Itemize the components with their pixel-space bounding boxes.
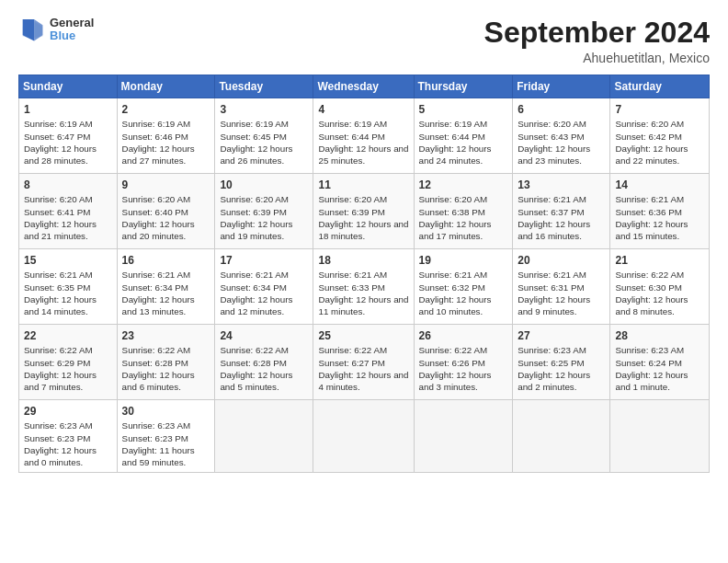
day-number: 9: [122, 178, 210, 192]
day-number: 14: [615, 178, 704, 192]
day-number: 25: [318, 328, 408, 343]
table-row: 21Sunrise: 6:22 AMSunset: 6:30 PMDayligh…: [610, 249, 710, 325]
logo: General Blue: [18, 17, 94, 43]
day-number: 21: [615, 253, 704, 268]
location-subtitle: Ahuehuetitlan, Mexico: [484, 51, 710, 65]
table-row: 25Sunrise: 6:22 AMSunset: 6:27 PMDayligh…: [313, 325, 414, 400]
table-row: 30Sunrise: 6:23 AMSunset: 6:23 PMDayligh…: [117, 400, 215, 473]
day-info: Sunrise: 6:21 AMSunset: 6:32 PMDaylight:…: [419, 269, 508, 317]
table-row: 17Sunrise: 6:21 AMSunset: 6:34 PMDayligh…: [215, 249, 313, 325]
table-row: 1Sunrise: 6:19 AMSunset: 6:47 PMDaylight…: [19, 98, 118, 174]
day-info: Sunrise: 6:21 AMSunset: 6:37 PMDaylight:…: [518, 193, 605, 242]
day-number: 10: [220, 178, 308, 192]
table-row: 15Sunrise: 6:21 AMSunset: 6:35 PMDayligh…: [19, 249, 118, 325]
day-number: 19: [419, 253, 508, 268]
day-number: 15: [24, 253, 112, 268]
day-info: Sunrise: 6:20 AMSunset: 6:39 PMDaylight:…: [220, 193, 308, 242]
day-info: Sunrise: 6:20 AMSunset: 6:42 PMDaylight:…: [615, 118, 704, 167]
col-wednesday: Wednesday: [313, 75, 414, 98]
table-row: 18Sunrise: 6:21 AMSunset: 6:33 PMDayligh…: [313, 249, 414, 325]
table-row: 24Sunrise: 6:22 AMSunset: 6:28 PMDayligh…: [215, 325, 313, 400]
day-number: 18: [318, 253, 408, 268]
table-row: 8Sunrise: 6:20 AMSunset: 6:41 PMDaylight…: [19, 174, 118, 249]
day-number: 17: [220, 253, 308, 268]
logo-icon: [18, 17, 44, 42]
title-block: September 2024 Ahuehuetitlan, Mexico: [484, 17, 710, 65]
table-row: [414, 400, 513, 473]
day-info: Sunrise: 6:21 AMSunset: 6:31 PMDaylight:…: [518, 269, 605, 317]
day-info: Sunrise: 6:20 AMSunset: 6:38 PMDaylight:…: [419, 193, 508, 242]
day-info: Sunrise: 6:22 AMSunset: 6:26 PMDaylight:…: [419, 344, 508, 393]
col-saturday: Saturday: [610, 75, 710, 98]
day-info: Sunrise: 6:22 AMSunset: 6:27 PMDaylight:…: [318, 344, 408, 393]
table-row: [313, 400, 414, 473]
day-number: 7: [615, 102, 704, 117]
day-info: Sunrise: 6:20 AMSunset: 6:43 PMDaylight:…: [518, 118, 605, 167]
day-number: 13: [518, 178, 605, 192]
calendar-week-row: 8Sunrise: 6:20 AMSunset: 6:41 PMDaylight…: [19, 174, 710, 249]
day-info: Sunrise: 6:23 AMSunset: 6:25 PMDaylight:…: [518, 344, 605, 393]
day-number: 1: [24, 102, 112, 117]
table-row: 14Sunrise: 6:21 AMSunset: 6:36 PMDayligh…: [610, 174, 710, 249]
day-info: Sunrise: 6:19 AMSunset: 6:44 PMDaylight:…: [419, 118, 508, 167]
table-row: 12Sunrise: 6:20 AMSunset: 6:38 PMDayligh…: [414, 174, 513, 249]
day-number: 27: [518, 328, 605, 343]
table-row: 22Sunrise: 6:22 AMSunset: 6:29 PMDayligh…: [19, 325, 118, 400]
day-number: 11: [318, 178, 408, 192]
day-info: Sunrise: 6:20 AMSunset: 6:41 PMDaylight:…: [24, 193, 112, 242]
table-row: 11Sunrise: 6:20 AMSunset: 6:39 PMDayligh…: [313, 174, 414, 249]
table-row: 29Sunrise: 6:23 AMSunset: 6:23 PMDayligh…: [19, 400, 118, 473]
day-info: Sunrise: 6:21 AMSunset: 6:33 PMDaylight:…: [318, 269, 408, 317]
logo-text: General Blue: [50, 17, 94, 43]
calendar-header-row: Sunday Monday Tuesday Wednesday Thursday…: [19, 75, 710, 98]
logo-line1: General: [50, 17, 94, 29]
table-row: [513, 400, 610, 473]
day-info: Sunrise: 6:19 AMSunset: 6:45 PMDaylight:…: [220, 118, 308, 167]
day-number: 6: [518, 102, 605, 117]
day-info: Sunrise: 6:21 AMSunset: 6:34 PMDaylight:…: [122, 269, 210, 317]
day-number: 23: [122, 328, 210, 343]
table-row: 19Sunrise: 6:21 AMSunset: 6:32 PMDayligh…: [414, 249, 513, 325]
table-row: 26Sunrise: 6:22 AMSunset: 6:26 PMDayligh…: [414, 325, 513, 400]
table-row: [610, 400, 710, 473]
table-row: 7Sunrise: 6:20 AMSunset: 6:42 PMDaylight…: [610, 98, 710, 174]
day-info: Sunrise: 6:21 AMSunset: 6:35 PMDaylight:…: [24, 269, 112, 317]
day-info: Sunrise: 6:19 AMSunset: 6:44 PMDaylight:…: [318, 118, 408, 167]
col-tuesday: Tuesday: [215, 75, 313, 98]
logo-line2: Blue: [50, 29, 94, 42]
day-info: Sunrise: 6:21 AMSunset: 6:36 PMDaylight:…: [615, 193, 704, 242]
day-info: Sunrise: 6:22 AMSunset: 6:29 PMDaylight:…: [24, 344, 112, 393]
day-number: 2: [122, 102, 210, 117]
calendar-week-row: 15Sunrise: 6:21 AMSunset: 6:35 PMDayligh…: [19, 249, 710, 325]
day-number: 3: [220, 102, 308, 117]
calendar-week-row: 22Sunrise: 6:22 AMSunset: 6:29 PMDayligh…: [19, 325, 710, 400]
table-row: 16Sunrise: 6:21 AMSunset: 6:34 PMDayligh…: [117, 249, 215, 325]
day-number: 8: [24, 178, 112, 192]
col-sunday: Sunday: [19, 75, 118, 98]
day-info: Sunrise: 6:22 AMSunset: 6:28 PMDaylight:…: [122, 344, 210, 393]
calendar-week-row: 1Sunrise: 6:19 AMSunset: 6:47 PMDaylight…: [19, 98, 710, 174]
day-info: Sunrise: 6:23 AMSunset: 6:24 PMDaylight:…: [615, 344, 704, 393]
table-row: 13Sunrise: 6:21 AMSunset: 6:37 PMDayligh…: [513, 174, 610, 249]
day-number: 12: [419, 178, 508, 192]
day-number: 28: [615, 328, 704, 343]
day-number: 20: [518, 253, 605, 268]
day-info: Sunrise: 6:22 AMSunset: 6:30 PMDaylight:…: [615, 269, 704, 317]
day-info: Sunrise: 6:23 AMSunset: 6:23 PMDaylight:…: [24, 419, 112, 468]
table-row: [215, 400, 313, 473]
day-number: 5: [419, 102, 508, 117]
day-info: Sunrise: 6:20 AMSunset: 6:39 PMDaylight:…: [318, 193, 408, 242]
table-row: 6Sunrise: 6:20 AMSunset: 6:43 PMDaylight…: [513, 98, 610, 174]
calendar-table: Sunday Monday Tuesday Wednesday Thursday…: [18, 75, 710, 473]
day-number: 16: [122, 253, 210, 268]
col-friday: Friday: [513, 75, 610, 98]
page: General Blue September 2024 Ahuehuetitla…: [0, 0, 728, 563]
table-row: 4Sunrise: 6:19 AMSunset: 6:44 PMDaylight…: [313, 98, 414, 174]
month-title: September 2024: [484, 17, 710, 49]
day-number: 30: [122, 404, 210, 419]
table-row: 20Sunrise: 6:21 AMSunset: 6:31 PMDayligh…: [513, 249, 610, 325]
day-info: Sunrise: 6:21 AMSunset: 6:34 PMDaylight:…: [220, 269, 308, 317]
day-number: 29: [24, 404, 112, 419]
day-number: 22: [24, 328, 112, 343]
day-number: 4: [318, 102, 408, 117]
